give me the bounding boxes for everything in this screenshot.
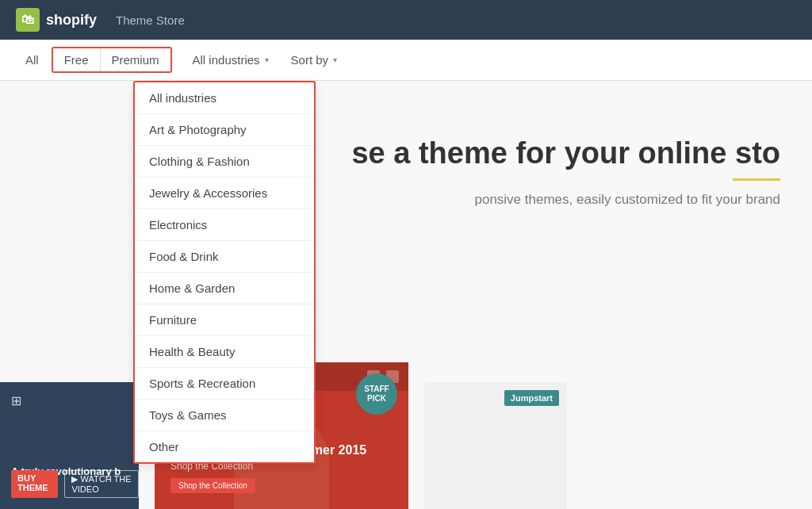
filter-free-button[interactable]: Free	[53, 48, 101, 71]
free-premium-toggle: Free Premium	[52, 47, 172, 73]
dropdown-item-all-industries[interactable]: All industries	[135, 82, 314, 114]
dropdown-item-other[interactable]: Other	[135, 431, 314, 462]
shopify-logo: 🛍 shopify	[16, 8, 97, 32]
filter-bar: All Free Premium All industries ▾ Sort b…	[0, 40, 812, 81]
hero-underline	[733, 178, 780, 181]
industries-dropdown: All industries Art & Photography Clothin…	[133, 81, 316, 464]
dropdown-item-furniture[interactable]: Furniture	[135, 304, 314, 336]
red-card-btn[interactable]: Shop the Collection	[170, 478, 255, 493]
dropdown-item-food-drink[interactable]: Food & Drink	[135, 241, 314, 273]
dropdown-item-toys-games[interactable]: Toys & Games	[135, 400, 314, 431]
app-header: 🛍 shopify Theme Store	[0, 0, 812, 40]
dropdown-item-art-photography[interactable]: Art & Photography	[135, 114, 314, 146]
theme-cards-row: ⊞ A truly revolutionary b BUY THEME ▶ WA…	[0, 350, 812, 509]
sortby-chevron-icon: ▾	[333, 55, 337, 64]
dropdown-item-electronics[interactable]: Electronics	[135, 209, 314, 241]
chevron-down-icon: ▾	[265, 55, 269, 64]
bag-icon: 🛍	[16, 8, 40, 32]
hero-subtitle: ponsive themes, easily customized to fit…	[474, 192, 780, 208]
grid-icon: ⊞	[11, 393, 21, 408]
buy-theme-button[interactable]: BUY THEME	[11, 470, 58, 498]
filter-all-button[interactable]: All	[16, 48, 48, 71]
sortby-label: Sort by	[291, 53, 329, 67]
dropdown-item-home-garden[interactable]: Home & Garden	[135, 273, 314, 304]
staff-pick-badge-red: STAFF PICK	[356, 373, 397, 415]
dropdown-item-health-beauty[interactable]: Health & Beauty	[135, 336, 314, 368]
header-nav-label: Theme Store	[116, 13, 185, 27]
theme-card-jumpstart[interactable]: Jumpstart	[424, 382, 567, 509]
industries-label: All industries	[193, 53, 260, 67]
sortby-dropdown-button[interactable]: Sort by ▾	[280, 48, 349, 71]
hero-title: se a theme for your online sto	[351, 136, 780, 170]
card-left-buttons: BUY THEME ▶ WATCH THE VIDEO	[11, 470, 139, 498]
industries-dropdown-button[interactable]: All industries ▾	[182, 48, 280, 71]
dropdown-item-clothing-fashion[interactable]: Clothing & Fashion	[135, 146, 314, 178]
jumpstart-label: Jumpstart	[504, 390, 559, 406]
filter-premium-button[interactable]: Premium	[101, 48, 170, 71]
main-content: se a theme for your online sto ponsive t…	[0, 81, 812, 509]
watch-video-button[interactable]: ▶ WATCH THE VIDEO	[64, 470, 139, 498]
theme-card-left[interactable]: ⊞ A truly revolutionary b BUY THEME ▶ WA…	[0, 382, 139, 509]
dropdown-item-sports-recreation[interactable]: Sports & Recreation	[135, 368, 314, 400]
dropdown-item-jewelry-accessories[interactable]: Jewelry & Accessories	[135, 178, 314, 209]
logo-text: shopify	[46, 12, 97, 29]
